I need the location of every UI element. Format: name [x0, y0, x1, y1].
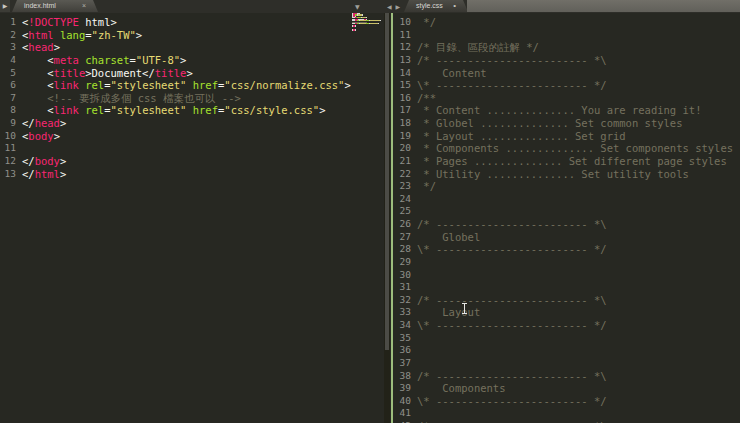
line-number: 36: [395, 344, 411, 357]
code-line[interactable]: 6 <link rel="stylesheet" href="css/norma…: [0, 79, 352, 92]
code-line[interactable]: 31: [395, 281, 740, 294]
code-text: <title>Document</title>: [22, 67, 193, 80]
tab-scroll-icons[interactable]: ◀ ▶: [387, 1, 401, 13]
code-line[interactable]: 4 <meta charset="UTF-8">: [0, 54, 352, 67]
line-number: 31: [395, 281, 411, 294]
editor-pane-html[interactable]: 1<!DOCTYPE html>2<html lang="zh-TW">3<he…: [0, 13, 352, 423]
code-line[interactable]: 18 * Globel .............. Set common st…: [395, 117, 740, 130]
code-line[interactable]: 23 */: [395, 180, 740, 193]
tab-scroll-right-icon[interactable]: ▶: [396, 3, 402, 10]
code-line[interactable]: 26/* ------------------------ *\: [395, 218, 740, 231]
line-number: 39: [395, 382, 411, 395]
code-line[interactable]: 40\* ------------------------ */: [395, 395, 740, 408]
code-line[interactable]: 13/* ------------------------ *\: [395, 54, 740, 67]
minimap[interactable]: [352, 13, 383, 423]
line-number: 13: [395, 54, 411, 67]
code-text: /* ------------------------ *\: [417, 294, 607, 307]
line-number: 20: [395, 142, 411, 155]
code-line[interactable]: 41: [395, 407, 740, 420]
line-number: 38: [395, 370, 411, 383]
line-number: 26: [395, 218, 411, 231]
tabbar-empty-area: [467, 0, 740, 12]
code-line[interactable]: 19 * Layout .............. Set grid: [395, 130, 740, 143]
code-text: <meta charset="UTF-8">: [22, 54, 186, 67]
code-line[interactable]: 22 * Utility .............. Set utility …: [395, 168, 740, 181]
code-line[interactable]: 3<head>: [0, 41, 352, 54]
tab-style-css[interactable]: style.css •: [404, 0, 468, 12]
code-line[interactable]: 27 Globel: [395, 231, 740, 244]
code-text: </head>: [22, 117, 66, 130]
code-line[interactable]: 1<!DOCTYPE html>: [0, 16, 352, 29]
code-line[interactable]: 36: [395, 344, 740, 357]
code-text: </body>: [22, 155, 66, 168]
tab-scroll-left-icon[interactable]: ◀: [387, 3, 393, 10]
code-line[interactable]: 21 * Pages .............. Set different …: [395, 155, 740, 168]
code-line[interactable]: 12/* 目錄、區段的註解 */: [395, 41, 740, 54]
code-line[interactable]: 39 Components: [395, 382, 740, 395]
code-line[interactable]: 2<html lang="zh-TW">: [0, 29, 352, 42]
code-line[interactable]: 20 * Components .............. Set compo…: [395, 142, 740, 155]
code-text: \* ------------------------ */: [417, 395, 607, 408]
line-number: 19: [395, 130, 411, 143]
code-line[interactable]: 11: [395, 29, 740, 42]
code-line[interactable]: 28\* ------------------------ */: [395, 243, 740, 256]
code-line[interactable]: 5 <title>Document</title>: [0, 67, 352, 80]
line-number: 37: [395, 357, 411, 370]
code-line[interactable]: 13</html>: [0, 168, 352, 181]
pane-divider[interactable]: [391, 13, 393, 423]
tab-label: style.css: [416, 0, 443, 12]
code-text: /* ------------------------ *\: [417, 218, 607, 231]
code-text: \* ------------------------ */: [417, 243, 607, 256]
mouse-cursor-ibeam: [461, 303, 468, 315]
code-line[interactable]: 25: [395, 205, 740, 218]
code-line[interactable]: 8 <link rel="stylesheet" href="css/style…: [0, 104, 352, 117]
line-number: 11: [0, 142, 16, 155]
code-line[interactable]: 33 Layout: [395, 306, 740, 319]
code-line[interactable]: 29: [395, 256, 740, 269]
code-line[interactable]: 15\* ------------------------ */: [395, 79, 740, 92]
code-line[interactable]: 16/**: [395, 92, 740, 105]
tab-index-html[interactable]: index.html ×: [12, 0, 98, 12]
code-text: * Components .............. Set componen…: [417, 142, 733, 155]
code-text: * Globel .............. Set common style…: [417, 117, 683, 130]
code-line[interactable]: 34\* ------------------------ */: [395, 319, 740, 332]
tab-label: index.html: [24, 0, 56, 12]
code-line[interactable]: 10<body>: [0, 130, 352, 143]
line-number: 11: [395, 29, 411, 42]
line-number: 30: [395, 269, 411, 282]
code-line[interactable]: 38/* ------------------------ *\: [395, 370, 740, 383]
code-text: Components: [417, 382, 506, 395]
minimap-line: [352, 30, 383, 31]
editor-pane-css[interactable]: 10 */1112/* 目錄、區段的註解 */13/* ------------…: [395, 13, 740, 423]
code-line[interactable]: 7 <!-- 要拆成多個 css 檔案也可以 -->: [0, 92, 352, 105]
code-line[interactable]: 32/* ------------------------ *\: [395, 294, 740, 307]
code-text: Globel: [417, 231, 480, 244]
code-line[interactable]: 10 */: [395, 16, 740, 29]
scrollbar-thumb[interactable]: [385, 13, 389, 350]
tab-scroll-corner-icon[interactable]: ▶: [0, 0, 10, 12]
line-number: 13: [0, 168, 16, 181]
code-line[interactable]: 24: [395, 193, 740, 206]
line-number: 23: [395, 180, 411, 193]
line-number: 29: [395, 256, 411, 269]
line-number: 14: [395, 67, 411, 80]
code-line[interactable]: 30: [395, 269, 740, 282]
code-text: */: [417, 180, 436, 193]
line-number: 40: [395, 395, 411, 408]
line-number: 4: [0, 54, 16, 67]
modified-dot-icon[interactable]: •: [453, 0, 456, 12]
code-line[interactable]: 9</head>: [0, 117, 352, 130]
code-text: /* ------------------------ *\: [417, 54, 607, 67]
line-number: 9: [0, 117, 16, 130]
line-number: 12: [395, 41, 411, 54]
close-icon[interactable]: ×: [82, 0, 86, 12]
code-line[interactable]: 17 * Content .............. You are read…: [395, 104, 740, 117]
code-line[interactable]: 14 Content: [395, 67, 740, 80]
line-number: 22: [395, 168, 411, 181]
code-line[interactable]: 11: [0, 142, 352, 155]
tab-overflow-icon[interactable]: ▼: [355, 1, 360, 13]
code-line[interactable]: 12</body>: [0, 155, 352, 168]
code-line[interactable]: 37: [395, 357, 740, 370]
code-text: </html>: [22, 168, 66, 181]
code-line[interactable]: 35: [395, 332, 740, 345]
